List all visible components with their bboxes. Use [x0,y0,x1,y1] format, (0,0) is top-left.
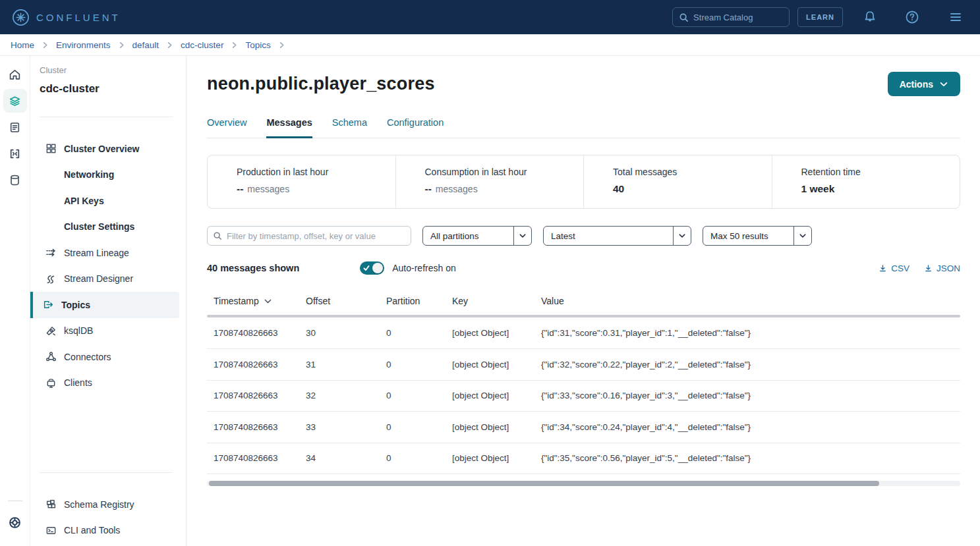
sidebar-item-label: ksqlDB [64,325,93,336]
sidebar-item-stream-designer[interactable]: Stream Designer [30,266,179,292]
sidebar-item-cluster-overview[interactable]: Cluster Overview [30,136,179,162]
schema-registry-icon [45,499,57,510]
sidebar-item-label: Stream Designer [64,273,133,284]
stat-consumption: Consumption in last hour -- messages [395,155,584,208]
cell-key: [object Object] [446,317,534,349]
download-json-button[interactable]: JSON [924,263,960,273]
stream-catalog-search[interactable] [672,7,790,27]
stat-value: 1 week [801,183,835,195]
page-title: neon.public.player_scores [207,74,435,94]
horizontal-scrollbar-thumb[interactable] [209,481,879,486]
document-icon [9,121,21,134]
column-header-timestamp[interactable]: Timestamp [207,289,299,315]
cell-value: {"id":33,"score":0.16,"player_id":3,"__d… [534,380,960,412]
message-filter-row: All partitions Latest Max 50 results [207,226,960,246]
toggle-knob [372,263,383,273]
message-row[interactable]: 1708740826663 32 0 [object Object] {"id"… [207,380,960,412]
cluster-sidebar: Cluster cdc-cluster Cluster Overview Net… [30,56,187,546]
cell-timestamp: 1708740826663 [207,412,299,443]
confluent-logo[interactable]: CONFLUENT [12,9,121,26]
stat-total-messages: Total messages 40 [583,155,772,208]
breadcrumb-environments[interactable]: Environments [56,40,111,50]
notifications-bell-button[interactable] [863,10,877,24]
cell-key: [object Object] [446,412,534,443]
stat-label: Consumption in last hour [425,167,584,177]
rail-flow-button[interactable] [3,142,27,165]
cell-partition: 0 [380,412,446,443]
breadcrumb: Home Environments default cdc-cluster To… [0,34,980,56]
offset-mode-select-value: Latest [544,227,673,245]
cell-value: {"id":34,"score":0.24,"player_id":4,"__d… [534,412,960,443]
message-filter-search[interactable] [207,226,411,246]
confluent-app: CONFLUENT LEARN [0,0,980,546]
chevron-down-icon [939,80,948,89]
sidebar-item-label: Connectors [64,352,111,362]
auto-refresh-label: Auto-refresh on [392,263,456,273]
breadcrumb-topics[interactable]: Topics [245,40,270,50]
rail-home-button[interactable] [3,63,27,86]
breadcrumb-cdc-cluster[interactable]: cdc-cluster [181,40,223,50]
sidebar-item-cluster-settings[interactable]: Cluster Settings [30,214,179,240]
check-icon [362,264,370,272]
cell-offset: 30 [299,317,380,349]
message-row[interactable]: 1708740826663 34 0 [object Object] {"id"… [207,443,960,474]
tab-configuration[interactable]: Configuration [387,117,444,138]
cell-offset: 34 [299,443,380,474]
messages-shown-count: 40 messages shown [207,263,299,273]
cell-partition: 0 [380,443,446,474]
sidebar-item-connectors[interactable]: Connectors [30,344,179,370]
topics-icon [43,299,54,310]
auto-refresh-toggle[interactable] [360,261,384,275]
rail-environments-button[interactable] [3,89,27,113]
terminal-icon [45,525,57,536]
breadcrumb-home[interactable]: Home [11,40,34,50]
rail-storage-button[interactable] [3,168,27,192]
partition-select-value: All partitions [423,227,513,245]
sidebar-item-api-keys[interactable]: API Keys [30,188,179,214]
tab-overview[interactable]: Overview [207,117,246,138]
rail-support-button[interactable] [3,510,27,534]
result-limit-select[interactable]: Max 50 results [703,226,812,246]
sidebar-item-label: Networking [64,169,114,180]
cluster-label: Cluster [40,65,173,76]
stream-designer-icon [45,273,57,285]
sidebar-item-networking[interactable]: Networking [30,162,179,188]
tab-messages[interactable]: Messages [266,117,312,138]
download-csv-button[interactable]: CSV [879,263,909,273]
message-row[interactable]: 1708740826663 30 0 [object Object] {"id"… [207,317,960,349]
sidebar-item-schema-registry[interactable]: Schema Registry [30,491,179,518]
rail-divider [8,501,22,501]
tab-schema[interactable]: Schema [332,117,367,138]
sidebar-item-cli-and-tools[interactable]: CLI and Tools [30,518,179,544]
sidebar-item-label: Stream Lineage [64,248,129,258]
actions-button[interactable]: Actions [888,72,960,96]
cell-timestamp: 1708740826663 [207,349,299,381]
stream-catalog-input[interactable] [693,13,783,22]
result-limit-select-value: Max 50 results [703,227,793,245]
globe-icon [9,516,21,529]
stat-label: Total messages [613,167,772,177]
offset-mode-select[interactable]: Latest [543,226,691,246]
message-row[interactable]: 1708740826663 33 0 [object Object] {"id"… [207,412,960,443]
connectors-icon [45,351,57,362]
sidebar-item-label: Clients [64,377,92,388]
sidebar-item-ksqldb[interactable]: ksqlDB [30,318,179,344]
partition-select[interactable]: All partitions [422,226,532,246]
help-button[interactable] [905,10,919,24]
sidebar-item-label: Cluster Overview [64,144,139,154]
message-row[interactable]: 1708740826663 31 0 [object Object] {"id"… [207,349,960,381]
breadcrumb-default[interactable]: default [132,40,159,50]
rail-notes-button[interactable] [3,115,27,139]
menu-button[interactable] [948,10,963,24]
stat-value: -- [237,183,243,195]
sidebar-item-stream-lineage[interactable]: Stream Lineage [30,240,179,266]
message-filter-input[interactable] [227,231,405,241]
cluster-name: cdc-cluster [40,81,173,97]
sidebar-item-clients[interactable]: Clients [30,370,179,396]
cell-offset: 31 [299,349,380,381]
cell-offset: 33 [299,412,380,443]
cell-offset: 32 [299,380,380,412]
learn-button[interactable]: LEARN [797,7,843,27]
stat-unit: messages [247,184,289,194]
sidebar-item-topics[interactable]: Topics [30,292,179,318]
